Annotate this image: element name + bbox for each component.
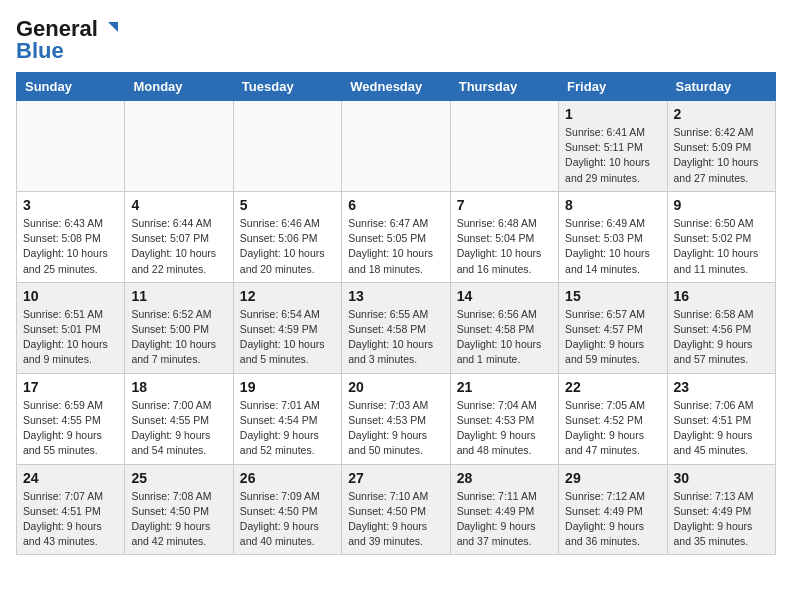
day-info: Sunrise: 6:41 AM Sunset: 5:11 PM Dayligh… bbox=[565, 125, 660, 186]
weekday-header-tuesday: Tuesday bbox=[233, 73, 341, 101]
day-info: Sunrise: 6:52 AM Sunset: 5:00 PM Dayligh… bbox=[131, 307, 226, 368]
day-info: Sunrise: 7:03 AM Sunset: 4:53 PM Dayligh… bbox=[348, 398, 443, 459]
day-info: Sunrise: 7:04 AM Sunset: 4:53 PM Dayligh… bbox=[457, 398, 552, 459]
day-number: 28 bbox=[457, 470, 552, 486]
day-info: Sunrise: 6:57 AM Sunset: 4:57 PM Dayligh… bbox=[565, 307, 660, 368]
day-info: Sunrise: 7:06 AM Sunset: 4:51 PM Dayligh… bbox=[674, 398, 769, 459]
day-info: Sunrise: 6:56 AM Sunset: 4:58 PM Dayligh… bbox=[457, 307, 552, 368]
weekday-header-monday: Monday bbox=[125, 73, 233, 101]
day-info: Sunrise: 7:00 AM Sunset: 4:55 PM Dayligh… bbox=[131, 398, 226, 459]
day-info: Sunrise: 6:50 AM Sunset: 5:02 PM Dayligh… bbox=[674, 216, 769, 277]
logo-blue: Blue bbox=[16, 38, 64, 64]
day-info: Sunrise: 6:59 AM Sunset: 4:55 PM Dayligh… bbox=[23, 398, 118, 459]
day-info: Sunrise: 7:08 AM Sunset: 4:50 PM Dayligh… bbox=[131, 489, 226, 550]
weekday-header-thursday: Thursday bbox=[450, 73, 558, 101]
weekday-header-saturday: Saturday bbox=[667, 73, 775, 101]
page-header: General Blue bbox=[16, 16, 776, 64]
day-number: 4 bbox=[131, 197, 226, 213]
calendar-cell bbox=[233, 101, 341, 192]
day-number: 21 bbox=[457, 379, 552, 395]
calendar-cell: 26Sunrise: 7:09 AM Sunset: 4:50 PM Dayli… bbox=[233, 464, 341, 555]
calendar-cell: 24Sunrise: 7:07 AM Sunset: 4:51 PM Dayli… bbox=[17, 464, 125, 555]
logo: General Blue bbox=[16, 16, 120, 64]
logo-arrow-icon bbox=[98, 18, 120, 40]
weekday-header-sunday: Sunday bbox=[17, 73, 125, 101]
calendar-cell: 22Sunrise: 7:05 AM Sunset: 4:52 PM Dayli… bbox=[559, 373, 667, 464]
calendar-cell: 18Sunrise: 7:00 AM Sunset: 4:55 PM Dayli… bbox=[125, 373, 233, 464]
day-number: 9 bbox=[674, 197, 769, 213]
day-info: Sunrise: 7:05 AM Sunset: 4:52 PM Dayligh… bbox=[565, 398, 660, 459]
calendar-cell: 4Sunrise: 6:44 AM Sunset: 5:07 PM Daylig… bbox=[125, 191, 233, 282]
calendar-week-row: 24Sunrise: 7:07 AM Sunset: 4:51 PM Dayli… bbox=[17, 464, 776, 555]
calendar-cell: 29Sunrise: 7:12 AM Sunset: 4:49 PM Dayli… bbox=[559, 464, 667, 555]
day-info: Sunrise: 6:47 AM Sunset: 5:05 PM Dayligh… bbox=[348, 216, 443, 277]
day-info: Sunrise: 7:12 AM Sunset: 4:49 PM Dayligh… bbox=[565, 489, 660, 550]
day-number: 12 bbox=[240, 288, 335, 304]
svg-marker-0 bbox=[108, 22, 118, 32]
day-number: 5 bbox=[240, 197, 335, 213]
day-number: 8 bbox=[565, 197, 660, 213]
day-number: 19 bbox=[240, 379, 335, 395]
calendar-cell: 14Sunrise: 6:56 AM Sunset: 4:58 PM Dayli… bbox=[450, 282, 558, 373]
day-number: 15 bbox=[565, 288, 660, 304]
day-number: 30 bbox=[674, 470, 769, 486]
day-number: 17 bbox=[23, 379, 118, 395]
calendar-cell: 6Sunrise: 6:47 AM Sunset: 5:05 PM Daylig… bbox=[342, 191, 450, 282]
day-number: 14 bbox=[457, 288, 552, 304]
calendar-table: SundayMondayTuesdayWednesdayThursdayFrid… bbox=[16, 72, 776, 555]
calendar-cell: 1Sunrise: 6:41 AM Sunset: 5:11 PM Daylig… bbox=[559, 101, 667, 192]
day-info: Sunrise: 6:43 AM Sunset: 5:08 PM Dayligh… bbox=[23, 216, 118, 277]
calendar-cell: 19Sunrise: 7:01 AM Sunset: 4:54 PM Dayli… bbox=[233, 373, 341, 464]
day-number: 6 bbox=[348, 197, 443, 213]
calendar-cell: 28Sunrise: 7:11 AM Sunset: 4:49 PM Dayli… bbox=[450, 464, 558, 555]
day-number: 20 bbox=[348, 379, 443, 395]
calendar-cell: 7Sunrise: 6:48 AM Sunset: 5:04 PM Daylig… bbox=[450, 191, 558, 282]
day-number: 24 bbox=[23, 470, 118, 486]
calendar-cell: 17Sunrise: 6:59 AM Sunset: 4:55 PM Dayli… bbox=[17, 373, 125, 464]
day-info: Sunrise: 7:01 AM Sunset: 4:54 PM Dayligh… bbox=[240, 398, 335, 459]
calendar-cell bbox=[17, 101, 125, 192]
calendar-week-row: 17Sunrise: 6:59 AM Sunset: 4:55 PM Dayli… bbox=[17, 373, 776, 464]
day-number: 13 bbox=[348, 288, 443, 304]
day-number: 7 bbox=[457, 197, 552, 213]
weekday-header-friday: Friday bbox=[559, 73, 667, 101]
day-number: 27 bbox=[348, 470, 443, 486]
calendar-week-row: 10Sunrise: 6:51 AM Sunset: 5:01 PM Dayli… bbox=[17, 282, 776, 373]
calendar-week-row: 1Sunrise: 6:41 AM Sunset: 5:11 PM Daylig… bbox=[17, 101, 776, 192]
calendar-week-row: 3Sunrise: 6:43 AM Sunset: 5:08 PM Daylig… bbox=[17, 191, 776, 282]
calendar-cell: 16Sunrise: 6:58 AM Sunset: 4:56 PM Dayli… bbox=[667, 282, 775, 373]
day-number: 16 bbox=[674, 288, 769, 304]
day-number: 26 bbox=[240, 470, 335, 486]
calendar-cell: 20Sunrise: 7:03 AM Sunset: 4:53 PM Dayli… bbox=[342, 373, 450, 464]
calendar-cell: 9Sunrise: 6:50 AM Sunset: 5:02 PM Daylig… bbox=[667, 191, 775, 282]
day-info: Sunrise: 6:44 AM Sunset: 5:07 PM Dayligh… bbox=[131, 216, 226, 277]
day-number: 11 bbox=[131, 288, 226, 304]
day-info: Sunrise: 6:42 AM Sunset: 5:09 PM Dayligh… bbox=[674, 125, 769, 186]
day-info: Sunrise: 6:51 AM Sunset: 5:01 PM Dayligh… bbox=[23, 307, 118, 368]
day-info: Sunrise: 7:09 AM Sunset: 4:50 PM Dayligh… bbox=[240, 489, 335, 550]
calendar-cell: 23Sunrise: 7:06 AM Sunset: 4:51 PM Dayli… bbox=[667, 373, 775, 464]
calendar-cell: 12Sunrise: 6:54 AM Sunset: 4:59 PM Dayli… bbox=[233, 282, 341, 373]
calendar-cell: 2Sunrise: 6:42 AM Sunset: 5:09 PM Daylig… bbox=[667, 101, 775, 192]
day-info: Sunrise: 7:10 AM Sunset: 4:50 PM Dayligh… bbox=[348, 489, 443, 550]
calendar-cell: 13Sunrise: 6:55 AM Sunset: 4:58 PM Dayli… bbox=[342, 282, 450, 373]
day-info: Sunrise: 7:13 AM Sunset: 4:49 PM Dayligh… bbox=[674, 489, 769, 550]
day-number: 23 bbox=[674, 379, 769, 395]
day-info: Sunrise: 6:54 AM Sunset: 4:59 PM Dayligh… bbox=[240, 307, 335, 368]
calendar-cell: 5Sunrise: 6:46 AM Sunset: 5:06 PM Daylig… bbox=[233, 191, 341, 282]
day-info: Sunrise: 6:55 AM Sunset: 4:58 PM Dayligh… bbox=[348, 307, 443, 368]
day-number: 10 bbox=[23, 288, 118, 304]
calendar-cell bbox=[125, 101, 233, 192]
calendar-cell bbox=[450, 101, 558, 192]
day-info: Sunrise: 6:49 AM Sunset: 5:03 PM Dayligh… bbox=[565, 216, 660, 277]
day-info: Sunrise: 6:46 AM Sunset: 5:06 PM Dayligh… bbox=[240, 216, 335, 277]
day-info: Sunrise: 7:07 AM Sunset: 4:51 PM Dayligh… bbox=[23, 489, 118, 550]
day-number: 22 bbox=[565, 379, 660, 395]
day-number: 29 bbox=[565, 470, 660, 486]
calendar-cell bbox=[342, 101, 450, 192]
weekday-header-row: SundayMondayTuesdayWednesdayThursdayFrid… bbox=[17, 73, 776, 101]
calendar-cell: 21Sunrise: 7:04 AM Sunset: 4:53 PM Dayli… bbox=[450, 373, 558, 464]
calendar-cell: 11Sunrise: 6:52 AM Sunset: 5:00 PM Dayli… bbox=[125, 282, 233, 373]
day-info: Sunrise: 6:48 AM Sunset: 5:04 PM Dayligh… bbox=[457, 216, 552, 277]
weekday-header-wednesday: Wednesday bbox=[342, 73, 450, 101]
